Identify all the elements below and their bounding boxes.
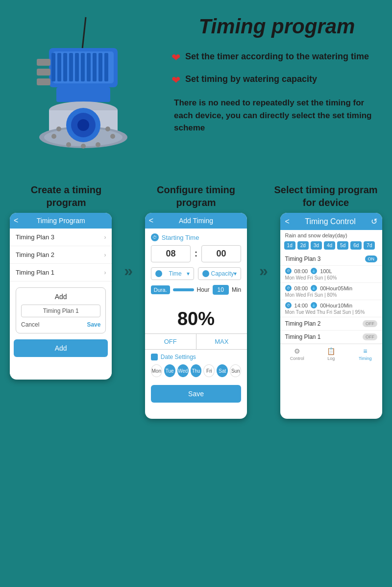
day-mon[interactable]: Mon: [151, 364, 162, 377]
arrow-right-icon-1: »: [124, 262, 133, 280]
day-wed[interactable]: Wed: [177, 364, 189, 377]
schedule-val-2: 00Hour05Min: [320, 285, 352, 291]
schedule-clock-icon-1: ⏱: [285, 268, 292, 274]
phone-3-plan3-row: Timing Plan 3 ON: [280, 253, 382, 266]
phones-row: < Timing Program Timing Plan 3 › Timing …: [10, 213, 382, 419]
phone-2-off-max: OFF MAX: [145, 333, 247, 350]
schedule-time-val-1: 08:00: [294, 268, 308, 274]
svg-rect-16: [56, 87, 110, 102]
phone-1-cancel-button[interactable]: Cancel: [21, 321, 39, 328]
nav-log-label: Log: [314, 356, 348, 361]
phone-1-save-button[interactable]: Save: [87, 321, 100, 328]
phone-2-dropdowns: Time ▾ Capacity ▾: [151, 267, 241, 280]
phone-3-plan2-row: Timing Plan 2 OFF: [280, 317, 382, 331]
schedule-time-2: ⏱ 08:00 💧 00Hour05Min: [285, 285, 377, 291]
svg-rect-10: [93, 53, 97, 81]
plan3-label: Timing Plan 3: [16, 233, 54, 241]
day-btn-5d[interactable]: 5d: [337, 241, 348, 250]
dura-label: Dura.: [151, 285, 170, 294]
svg-rect-5: [63, 53, 67, 81]
phone-2-hour-input[interactable]: 08: [151, 245, 191, 262]
schedule-time-val-2: 08:00: [294, 285, 308, 291]
phone-2-max-button[interactable]: MAX: [196, 334, 247, 349]
phone-3-refresh-icon[interactable]: ↺: [371, 217, 377, 226]
plan1-p3-name: Timing Plan 1: [285, 333, 321, 340]
day-fri[interactable]: Fri: [203, 364, 215, 377]
nav-control-icon: ⚙: [280, 347, 314, 355]
phone-3-back-icon[interactable]: <: [285, 217, 290, 226]
phone-2-save-button[interactable]: Save: [151, 385, 241, 403]
day-btn-6d[interactable]: 6d: [350, 241, 362, 250]
schedule-time-val-3: 14:00: [294, 303, 308, 308]
svg-rect-15: [37, 78, 50, 85]
nav-timing-label: Timing: [348, 356, 382, 361]
svg-rect-12: [104, 53, 108, 81]
schedule-water-icon-2: 💧: [311, 285, 317, 291]
phone-2-off-button[interactable]: OFF: [145, 334, 196, 349]
phone-2-percent: 80%: [145, 305, 247, 333]
right-content: Timing program ❤ Set the timer according…: [167, 15, 382, 134]
day-btn-4d[interactable]: 4d: [324, 241, 335, 250]
schedule-clock-icon-2: ⏱: [285, 285, 292, 291]
plan3-toggle[interactable]: ON: [365, 255, 378, 262]
phone-3-rain-label: Rain and snow delay(day): [280, 230, 382, 240]
phone-2-header-title: Add Timing: [179, 217, 213, 225]
arrow-1-container: »: [117, 262, 140, 280]
dura-blue-bar: [173, 288, 194, 291]
page-title: Timing program: [172, 15, 382, 38]
phone-2-back-icon[interactable]: <: [149, 216, 153, 225]
phone-1-bottom-add[interactable]: Add: [14, 339, 108, 357]
schedule-days-2: Mon Wed Fri Sun | 80%: [285, 292, 377, 298]
svg-point-31: [77, 119, 89, 131]
phone-2-date-label: Date Settings: [145, 350, 247, 362]
phone-2-time-dropdown[interactable]: Time ▾: [151, 267, 194, 280]
plan2-p3-toggle[interactable]: OFF: [363, 320, 377, 327]
nav-timing[interactable]: ≡ Timing: [348, 347, 382, 361]
phone-2-time-inputs: 08 : 00: [151, 245, 241, 262]
nav-log[interactable]: 📋 Log: [314, 347, 348, 361]
nav-log-icon: 📋: [314, 347, 348, 355]
time-colon: :: [195, 249, 197, 259]
day-btn-1d[interactable]: 1d: [284, 241, 295, 250]
day-thu[interactable]: Thu: [191, 364, 202, 377]
phone-3-header-title: Timing Control: [305, 217, 355, 226]
product-image-container: [10, 15, 167, 174]
svg-point-28: [56, 127, 61, 131]
schedule-time-3: ⏱ 14:00 💧 00Hour10Min: [285, 302, 377, 308]
svg-rect-7: [75, 53, 79, 81]
phone-1-add-section: Add Timing Plan 1 Cancel Save: [16, 287, 106, 333]
phone-1-plan2[interactable]: Timing Plan 2 ›: [10, 246, 112, 264]
svg-rect-11: [98, 53, 102, 81]
phone-1-plan3[interactable]: Timing Plan 3 ›: [10, 229, 112, 246]
capacity-dropdown-icon: [202, 270, 209, 277]
phone-1-plan1[interactable]: Timing Plan 1 ›: [10, 264, 112, 281]
phone-1-back-icon[interactable]: <: [14, 216, 18, 225]
day-btn-2d[interactable]: 2d: [297, 241, 309, 250]
phone-2-header: < Add Timing: [145, 213, 247, 229]
svg-rect-9: [87, 53, 91, 81]
date-calendar-icon: [151, 354, 158, 360]
svg-point-27: [105, 127, 110, 131]
day-sun[interactable]: Sun: [230, 364, 241, 377]
schedule-val-1: 100L: [320, 268, 332, 274]
svg-rect-13: [37, 59, 50, 66]
day-sat[interactable]: Sat: [217, 364, 228, 377]
day-btn-3d[interactable]: 3d: [311, 241, 322, 250]
p2-clock-icon: ⏱: [151, 233, 159, 241]
phone-3: < Timing Control ↺ Rain and snow delay(d…: [280, 213, 382, 419]
heart-icon-1: ❤: [172, 51, 180, 64]
phone-2-minute-input[interactable]: 00: [201, 245, 241, 262]
nav-control[interactable]: ⚙ Control: [280, 347, 314, 361]
plan3-arrow-icon: ›: [104, 234, 106, 241]
phone-3-header: < Timing Control ↺: [280, 213, 382, 230]
schedule-item-2: ⏱ 08:00 💧 00Hour05Min Mon Wed Fri Sun | …: [280, 283, 382, 300]
plan1-p3-toggle[interactable]: OFF: [363, 333, 377, 340]
schedule-val-3: 00Hour10Min: [320, 303, 352, 308]
phone-1-name-input[interactable]: Timing Plan 1: [21, 305, 100, 317]
day-btn-7d[interactable]: 7d: [364, 241, 375, 250]
svg-rect-6: [69, 53, 73, 81]
phone-1-header: < Timing Program: [10, 213, 112, 229]
phone-2-capacity-dropdown[interactable]: Capacity ▾: [198, 267, 242, 280]
schedule-item-1: ⏱ 08:00 💧 100L Mon Wed Fri Sun | 60%: [280, 266, 382, 283]
day-tue[interactable]: Tue: [164, 364, 175, 377]
